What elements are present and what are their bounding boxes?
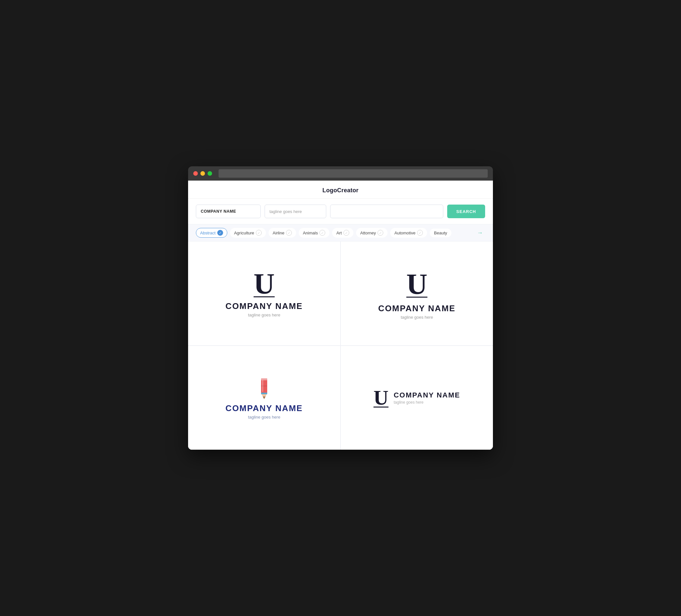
filter-label-beauty: Beauty (434, 231, 447, 235)
logo-card-2[interactable]: U COMPANY NAME tagline goes here (341, 241, 493, 345)
logo2-u-letter: U (406, 268, 427, 300)
filter-label-attorney: Attorney (360, 231, 376, 235)
logo4-container: U COMPANY NAME tagline goes here (374, 387, 460, 408)
filter-tag-animals[interactable]: Animals ✓ (299, 228, 329, 238)
pencil-icon (255, 377, 273, 401)
check-icon-art: ✓ (344, 230, 349, 236)
logo2-tagline: tagline goes here (401, 315, 433, 320)
logo2-company-name: COMPANY NAME (378, 304, 455, 313)
filter-label-airline: Airline (273, 231, 284, 235)
browser-window: LogoCreator SEARCH Abstract ✓ Agricultur… (188, 166, 493, 450)
keyword-input[interactable] (330, 205, 443, 218)
logo3-tagline: tagline goes here (248, 415, 280, 419)
filter-tag-art[interactable]: Art ✓ (332, 228, 353, 238)
svg-rect-2 (261, 378, 267, 380)
check-icon-attorney: ✓ (377, 230, 383, 236)
search-row: SEARCH (188, 199, 493, 224)
filter-label-abstract: Abstract (200, 231, 216, 235)
check-icon-animals: ✓ (320, 230, 325, 236)
logo-card-1[interactable]: U COMPANY NAME tagline goes here (188, 241, 340, 345)
filter-tag-attorney[interactable]: Attorney ✓ (356, 228, 387, 238)
maximize-button[interactable] (207, 171, 212, 176)
company-name-input[interactable] (196, 205, 261, 218)
logo1-icon: U (254, 270, 275, 299)
check-icon-airline: ✓ (286, 230, 292, 236)
svg-rect-6 (261, 385, 267, 386)
url-bar[interactable] (219, 169, 488, 178)
filter-tag-airline[interactable]: Airline ✓ (269, 228, 296, 238)
logo1-u-letter: U (254, 270, 275, 299)
check-icon-agriculture: ✓ (256, 230, 262, 236)
logo-card-3[interactable]: COMPANY NAME tagline goes here (188, 346, 340, 450)
tagline-input[interactable] (264, 205, 326, 218)
svg-marker-4 (263, 396, 266, 399)
filter-tag-beauty[interactable]: Beauty (430, 229, 451, 237)
filter-label-art: Art (336, 231, 342, 235)
logo4-company-name: COMPANY NAME (394, 391, 460, 400)
logo-card-4[interactable]: U COMPANY NAME tagline goes here (341, 346, 493, 450)
filter-next-arrow[interactable]: → (475, 228, 485, 238)
logo4-u-letter: U (374, 387, 388, 408)
check-icon-automotive: ✓ (417, 230, 423, 236)
filter-tag-abstract[interactable]: Abstract ✓ (196, 228, 227, 238)
check-icon-abstract: ✓ (217, 230, 223, 236)
filter-label-animals: Animals (303, 231, 318, 235)
filter-label-agriculture: Agriculture (234, 231, 254, 235)
close-button[interactable] (193, 171, 198, 176)
logo1-company-name: COMPANY NAME (225, 301, 303, 311)
logo-grid: U COMPANY NAME tagline goes here U COMPA… (188, 241, 493, 450)
filter-row: Abstract ✓ Agriculture ✓ Airline ✓ Anima… (188, 224, 493, 241)
filter-tag-agriculture[interactable]: Agriculture ✓ (230, 228, 266, 238)
minimize-button[interactable] (200, 171, 205, 176)
app-title: LogoCreator (322, 187, 358, 194)
logo4-text: COMPANY NAME tagline goes here (394, 391, 460, 405)
svg-rect-5 (261, 393, 267, 394)
filter-tag-automotive[interactable]: Automotive ✓ (390, 228, 427, 238)
browser-titlebar (188, 166, 493, 181)
app-header: LogoCreator (188, 181, 493, 199)
app-content: LogoCreator SEARCH Abstract ✓ Agricultur… (188, 181, 493, 450)
filter-label-automotive: Automotive (394, 231, 415, 235)
search-button[interactable]: SEARCH (447, 205, 485, 218)
logo3-company-name: COMPANY NAME (225, 403, 303, 413)
logo1-tagline: tagline goes here (248, 312, 280, 317)
logo2-icon: U (406, 267, 427, 301)
logo4-tagline: tagline goes here (394, 400, 460, 405)
